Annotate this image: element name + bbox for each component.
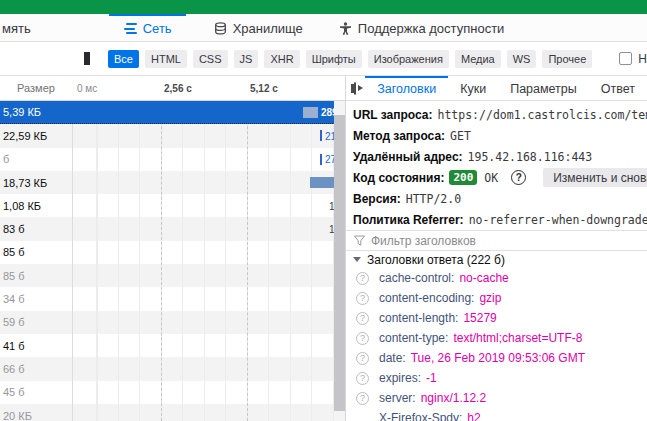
header-name: server: <box>379 391 416 405</box>
persist-logs-option: Непрерыв <box>619 52 647 66</box>
request-list-pane: Размер 0 мс2,56 с5,12 с 5,39 КБ28922,59 … <box>0 76 345 421</box>
details-tabs: ЗаголовкиКукиПараметрыОтвет <box>365 76 647 100</box>
response-header-row: ?X-Firefox-Spdy:h2 <box>346 408 647 421</box>
request-size-cell: 59 б <box>0 316 25 328</box>
header-value: h2 <box>467 411 480 421</box>
status-code-badge: 200 <box>449 170 477 185</box>
edit-resend-button[interactable]: Изменить и снова отправить <box>543 168 647 187</box>
header-value: gzip <box>479 291 501 305</box>
header-value: text/html;charset=UTF-8 <box>453 331 582 345</box>
network-icon <box>123 23 137 34</box>
timeline-tick-2: 5,12 с <box>250 76 278 100</box>
tab-storage-label: Хранилище <box>233 21 303 36</box>
waterfall-cell: 1 <box>0 194 345 217</box>
waterfall-cell: 1 <box>0 217 345 240</box>
request-list-scrollbar[interactable] <box>334 101 345 421</box>
request-size-cell: 34 б <box>0 293 25 305</box>
filter-pill-7[interactable]: Медиа <box>455 50 501 68</box>
header-name: content-type: <box>379 331 448 345</box>
filter-pill-8[interactable]: WS <box>507 50 537 68</box>
accessibility-icon <box>339 22 352 35</box>
devtools-tabbar: мять Сеть Хранилище Поддержка доступност… <box>0 14 647 42</box>
status-help-icon[interactable]: ? <box>511 170 526 185</box>
request-row[interactable]: 83 б1 <box>0 217 345 240</box>
summary-row: Удалённый адрес:195.42.168.116:443 <box>353 146 647 167</box>
request-row[interactable]: 5,39 КБ289 <box>0 101 345 124</box>
filter-pill-1[interactable]: HTML <box>145 50 187 68</box>
size-column-header[interactable]: Размер <box>0 76 72 100</box>
waterfall-bar <box>310 177 336 188</box>
header-name: content-encoding: <box>379 291 474 305</box>
response-header-row: ?date:Tue, 26 Feb 2019 09:53:06 GMT <box>346 348 647 368</box>
filter-pill-3[interactable]: JS <box>234 50 259 68</box>
header-help-icon[interactable]: ? <box>356 332 369 345</box>
response-headers-section-header[interactable]: Заголовки ответа (222 б) <box>346 251 647 268</box>
filter-pill-5[interactable]: Шрифты <box>306 50 362 68</box>
response-header-row: ?cache-control:no-cache <box>346 268 647 288</box>
summary-value: GET <box>450 129 471 143</box>
devtools-network-panel: { "colors": { "accent": "#0074e8", "sele… <box>0 0 647 421</box>
page-background-strip <box>0 0 647 14</box>
tab-accessibility[interactable]: Поддержка доступности <box>325 14 519 41</box>
details-tab-1[interactable]: Куки <box>448 76 498 100</box>
scrollbar-thumb[interactable] <box>334 115 345 411</box>
pause-icon[interactable] <box>84 52 90 65</box>
header-help-icon[interactable]: ? <box>356 292 369 305</box>
details-tab-3[interactable]: Ответ <box>589 76 647 100</box>
request-list-header: Размер 0 мс2,56 с5,12 с <box>0 76 345 101</box>
persist-logs-checkbox[interactable] <box>619 52 632 65</box>
request-row[interactable]: 22,59 КБ21 <box>0 124 345 147</box>
tab-memory-partial[interactable]: мять <box>0 14 37 41</box>
header-value: no-cache <box>459 271 508 285</box>
network-toolbar: ВсеHTMLCSSJSXHRШрифтыИзображенияМедиаWSП… <box>0 42 647 76</box>
tab-network[interactable]: Сеть <box>109 14 186 41</box>
summary-label: Версия: <box>353 192 401 206</box>
summary-value: no-referrer-when-downgrade <box>469 213 647 227</box>
waterfall-bar <box>303 107 318 118</box>
header-help-icon[interactable]: ? <box>356 372 369 385</box>
header-name: X-Firefox-Spdy: <box>379 411 462 421</box>
waterfall-bar <box>320 154 322 165</box>
filter-funnel-icon <box>354 232 365 250</box>
filter-pill-4[interactable]: XHR <box>264 50 299 68</box>
filter-pill-2[interactable]: CSS <box>193 50 228 68</box>
header-help-icon[interactable]: ? <box>356 312 369 325</box>
summary-value: HTTP/2.0 <box>406 192 461 206</box>
summary-row: Метод запроса:GET <box>353 125 647 146</box>
storage-icon <box>214 22 227 35</box>
network-main: Размер 0 мс2,56 с5,12 с 5,39 КБ28922,59 … <box>0 76 647 421</box>
response-headers-title: Заголовки ответа (222 б) <box>367 253 505 267</box>
headers-filter-input[interactable] <box>371 234 571 248</box>
header-help-icon[interactable]: ? <box>356 392 369 405</box>
filter-pill-6[interactable]: Изображения <box>368 50 449 68</box>
headers-filter-row <box>346 230 647 251</box>
header-name: content-length: <box>379 311 458 325</box>
request-row[interactable]: 18,73 КБ <box>0 171 345 194</box>
status-row: Код состояния: 200 OK ? Изменить и снова… <box>353 167 647 188</box>
request-row[interactable]: 1,08 КБ1 <box>0 194 345 217</box>
timeline-tick-0: 0 мс <box>77 76 97 100</box>
persist-logs-label: Непрерыв <box>638 52 647 66</box>
request-details-pane: ЗаголовкиКукиПараметрыОтвет URL запроса:… <box>345 76 647 421</box>
request-size-cell: 85 б <box>0 270 25 282</box>
chevron-down-icon <box>353 257 361 262</box>
request-row[interactable]: б27 <box>0 148 345 171</box>
filter-pill-9[interactable]: Прочее <box>542 50 592 68</box>
tab-storage[interactable]: Хранилище <box>200 14 317 41</box>
response-header-row: ?content-length:15279 <box>346 308 647 328</box>
waterfall-cell <box>0 171 345 194</box>
summary-row: URL запроса:https://dom1.castrolcis.com/… <box>353 104 647 125</box>
details-tab-0[interactable]: Заголовки <box>365 76 448 100</box>
summary-value: 195.42.168.116:443 <box>468 150 593 164</box>
header-help-icon[interactable]: ? <box>356 352 369 365</box>
header-value: nginx/1.12.2 <box>421 391 486 405</box>
expand-panel-icon[interactable] <box>354 82 356 95</box>
request-summary: URL запроса:https://dom1.castrolcis.com/… <box>346 101 647 230</box>
header-name: date: <box>379 351 406 365</box>
details-tabbar: ЗаголовкиКукиПараметрыОтвет <box>346 76 647 101</box>
filter-pill-0[interactable]: Все <box>108 50 139 68</box>
details-tab-2[interactable]: Параметры <box>498 76 589 100</box>
header-value: -1 <box>426 371 437 385</box>
header-help-icon[interactable]: ? <box>356 272 369 285</box>
response-headers-list: ?cache-control:no-cache?content-encoding… <box>346 268 647 421</box>
